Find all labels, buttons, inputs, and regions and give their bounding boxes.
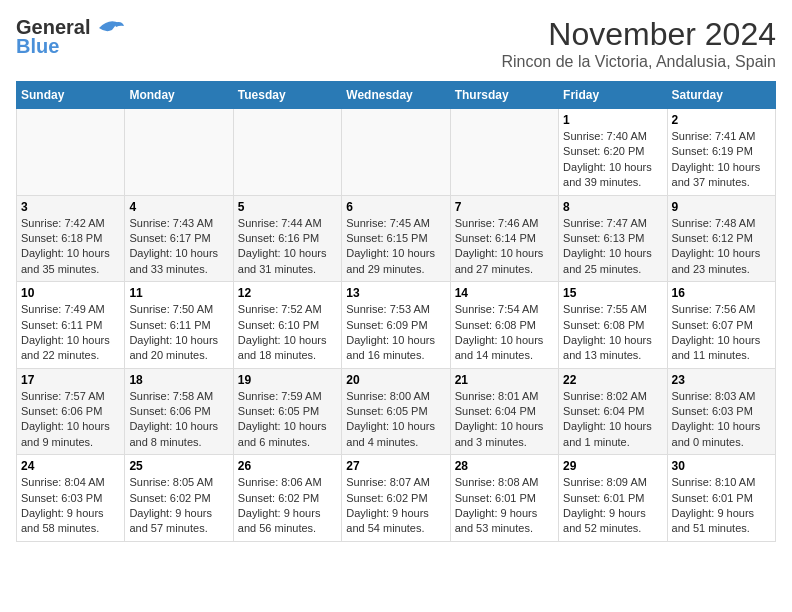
calendar-cell: 29Sunrise: 8:09 AMSunset: 6:01 PMDayligh… [559,455,667,542]
calendar-cell: 22Sunrise: 8:02 AMSunset: 6:04 PMDayligh… [559,368,667,455]
day-info: Sunrise: 8:02 AMSunset: 6:04 PMDaylight:… [563,389,662,451]
day-number: 25 [129,459,228,473]
day-info-line: Sunset: 6:11 PM [129,318,228,333]
day-info-line: Sunset: 6:12 PM [672,231,771,246]
day-number: 30 [672,459,771,473]
day-info: Sunrise: 7:59 AMSunset: 6:05 PMDaylight:… [238,389,337,451]
day-info-line: Daylight: 10 hours and 14 minutes. [455,333,554,364]
day-number: 22 [563,373,662,387]
calendar-cell: 18Sunrise: 7:58 AMSunset: 6:06 PMDayligh… [125,368,233,455]
day-info-line: Daylight: 9 hours and 52 minutes. [563,506,662,537]
calendar-cell: 9Sunrise: 7:48 AMSunset: 6:12 PMDaylight… [667,195,775,282]
day-info-line: Sunrise: 7:53 AM [346,302,445,317]
header-saturday: Saturday [667,82,775,109]
calendar-cell: 16Sunrise: 7:56 AMSunset: 6:07 PMDayligh… [667,282,775,369]
day-info: Sunrise: 8:08 AMSunset: 6:01 PMDaylight:… [455,475,554,537]
day-info-line: Sunrise: 7:43 AM [129,216,228,231]
day-info: Sunrise: 7:47 AMSunset: 6:13 PMDaylight:… [563,216,662,278]
header-monday: Monday [125,82,233,109]
day-info-line: Daylight: 9 hours and 56 minutes. [238,506,337,537]
day-info-line: Daylight: 10 hours and 25 minutes. [563,246,662,277]
day-info-line: Sunset: 6:01 PM [563,491,662,506]
calendar-week-4: 17Sunrise: 7:57 AMSunset: 6:06 PMDayligh… [17,368,776,455]
day-info-line: Sunrise: 8:09 AM [563,475,662,490]
day-info: Sunrise: 7:52 AMSunset: 6:10 PMDaylight:… [238,302,337,364]
day-number: 12 [238,286,337,300]
calendar-cell: 27Sunrise: 8:07 AMSunset: 6:02 PMDayligh… [342,455,450,542]
calendar-cell [233,109,341,196]
day-number: 27 [346,459,445,473]
calendar-cell: 10Sunrise: 7:49 AMSunset: 6:11 PMDayligh… [17,282,125,369]
calendar-cell: 26Sunrise: 8:06 AMSunset: 6:02 PMDayligh… [233,455,341,542]
day-info-line: Sunrise: 7:57 AM [21,389,120,404]
calendar-cell: 28Sunrise: 8:08 AMSunset: 6:01 PMDayligh… [450,455,558,542]
calendar-cell: 24Sunrise: 8:04 AMSunset: 6:03 PMDayligh… [17,455,125,542]
day-number: 18 [129,373,228,387]
day-info-line: Sunrise: 7:58 AM [129,389,228,404]
calendar-cell: 21Sunrise: 8:01 AMSunset: 6:04 PMDayligh… [450,368,558,455]
day-number: 15 [563,286,662,300]
day-info-line: Sunrise: 8:06 AM [238,475,337,490]
day-info-line: Sunrise: 8:04 AM [21,475,120,490]
day-info-line: Sunset: 6:17 PM [129,231,228,246]
day-info-line: Daylight: 10 hours and 6 minutes. [238,419,337,450]
day-info-line: Sunset: 6:02 PM [238,491,337,506]
day-info-line: Sunrise: 8:03 AM [672,389,771,404]
day-info-line: Sunset: 6:20 PM [563,144,662,159]
day-info-line: Sunset: 6:04 PM [563,404,662,419]
day-info-line: Sunrise: 7:52 AM [238,302,337,317]
day-info-line: Sunrise: 7:47 AM [563,216,662,231]
calendar-week-5: 24Sunrise: 8:04 AMSunset: 6:03 PMDayligh… [17,455,776,542]
day-number: 26 [238,459,337,473]
day-info-line: Sunset: 6:13 PM [563,231,662,246]
day-info-line: Sunrise: 7:42 AM [21,216,120,231]
day-number: 10 [21,286,120,300]
calendar-cell [342,109,450,196]
day-number: 14 [455,286,554,300]
day-info: Sunrise: 8:05 AMSunset: 6:02 PMDaylight:… [129,475,228,537]
page-header: General Blue November 2024 Rincon de la … [16,16,776,71]
day-info-line: Daylight: 10 hours and 1 minute. [563,419,662,450]
day-info-line: Sunset: 6:02 PM [346,491,445,506]
day-info-line: Sunrise: 7:54 AM [455,302,554,317]
day-info-line: Daylight: 10 hours and 33 minutes. [129,246,228,277]
calendar-cell: 5Sunrise: 7:44 AMSunset: 6:16 PMDaylight… [233,195,341,282]
day-info-line: Sunrise: 8:07 AM [346,475,445,490]
calendar-cell: 6Sunrise: 7:45 AMSunset: 6:15 PMDaylight… [342,195,450,282]
day-info-line: Daylight: 9 hours and 54 minutes. [346,506,445,537]
logo-blue-text: Blue [16,35,59,58]
day-number: 21 [455,373,554,387]
day-info-line: Sunset: 6:15 PM [346,231,445,246]
calendar-cell [125,109,233,196]
day-info-line: Sunset: 6:07 PM [672,318,771,333]
day-info-line: Sunrise: 7:46 AM [455,216,554,231]
day-info-line: Sunset: 6:03 PM [21,491,120,506]
day-number: 29 [563,459,662,473]
day-info: Sunrise: 7:57 AMSunset: 6:06 PMDaylight:… [21,389,120,451]
day-info: Sunrise: 7:45 AMSunset: 6:15 PMDaylight:… [346,216,445,278]
day-info-line: Sunrise: 8:05 AM [129,475,228,490]
calendar-cell: 12Sunrise: 7:52 AMSunset: 6:10 PMDayligh… [233,282,341,369]
calendar-week-3: 10Sunrise: 7:49 AMSunset: 6:11 PMDayligh… [17,282,776,369]
day-number: 24 [21,459,120,473]
day-number: 7 [455,200,554,214]
day-info-line: Daylight: 10 hours and 23 minutes. [672,246,771,277]
header-tuesday: Tuesday [233,82,341,109]
day-info-line: Daylight: 10 hours and 35 minutes. [21,246,120,277]
logo-bird-icon [94,18,124,38]
day-info-line: Daylight: 10 hours and 8 minutes. [129,419,228,450]
logo: General Blue [16,16,124,58]
day-info-line: Daylight: 10 hours and 3 minutes. [455,419,554,450]
day-info-line: Daylight: 9 hours and 57 minutes. [129,506,228,537]
day-info-line: Sunrise: 7:59 AM [238,389,337,404]
day-info-line: Daylight: 9 hours and 51 minutes. [672,506,771,537]
day-info-line: Sunrise: 7:45 AM [346,216,445,231]
day-info: Sunrise: 8:10 AMSunset: 6:01 PMDaylight:… [672,475,771,537]
day-info-line: Sunset: 6:05 PM [238,404,337,419]
day-number: 20 [346,373,445,387]
day-number: 16 [672,286,771,300]
day-info-line: Sunrise: 8:08 AM [455,475,554,490]
calendar-cell: 4Sunrise: 7:43 AMSunset: 6:17 PMDaylight… [125,195,233,282]
calendar-cell: 14Sunrise: 7:54 AMSunset: 6:08 PMDayligh… [450,282,558,369]
header-friday: Friday [559,82,667,109]
